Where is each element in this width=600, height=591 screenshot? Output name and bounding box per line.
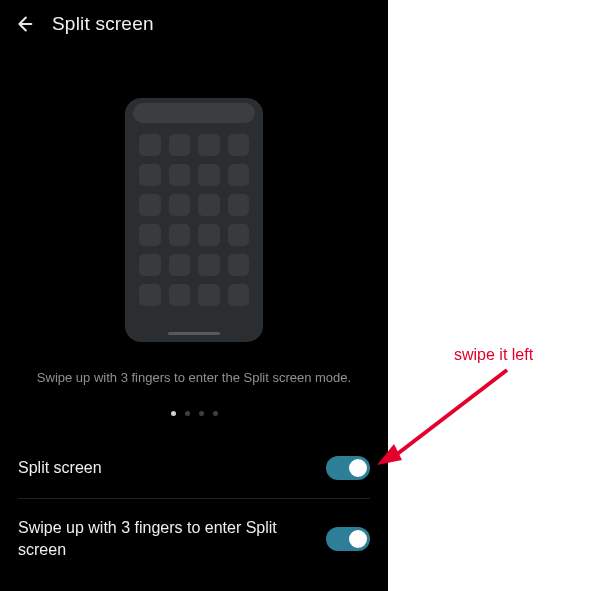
settings-screen: Split screen Swipe up with 3 fingers to … — [0, 0, 388, 591]
mockup-app-grid — [139, 134, 249, 322]
annotation-text: swipe it left — [454, 346, 533, 364]
toggle-split-screen[interactable] — [326, 456, 370, 480]
setting-row-swipe-3-fingers: Swipe up with 3 fingers to enter Split s… — [18, 499, 370, 578]
illustration — [0, 98, 388, 342]
svg-line-0 — [392, 370, 507, 458]
setting-label: Split screen — [18, 457, 102, 479]
mockup-status-bar — [133, 103, 255, 123]
annotation-arrow-icon — [372, 360, 542, 470]
back-icon[interactable] — [10, 10, 38, 38]
canvas: Split screen Swipe up with 3 fingers to … — [0, 0, 600, 591]
header-bar: Split screen — [0, 0, 388, 48]
toggle-knob — [349, 530, 367, 548]
phone-mockup — [125, 98, 263, 342]
setting-label: Swipe up with 3 fingers to enter Split s… — [18, 517, 278, 560]
toggle-swipe-3-fingers[interactable] — [326, 527, 370, 551]
illustration-caption: Swipe up with 3 fingers to enter the Spl… — [0, 370, 388, 385]
pager-dot[interactable] — [171, 411, 176, 416]
toggle-knob — [349, 459, 367, 477]
page-title: Split screen — [52, 13, 154, 35]
pager-dot[interactable] — [199, 411, 204, 416]
pager-dot[interactable] — [185, 411, 190, 416]
setting-row-split-screen: Split screen — [18, 438, 370, 499]
mockup-home-indicator — [168, 332, 220, 335]
pager-dots[interactable] — [0, 411, 388, 416]
settings-list: Split screen Swipe up with 3 fingers to … — [0, 438, 388, 578]
pager-dot[interactable] — [213, 411, 218, 416]
